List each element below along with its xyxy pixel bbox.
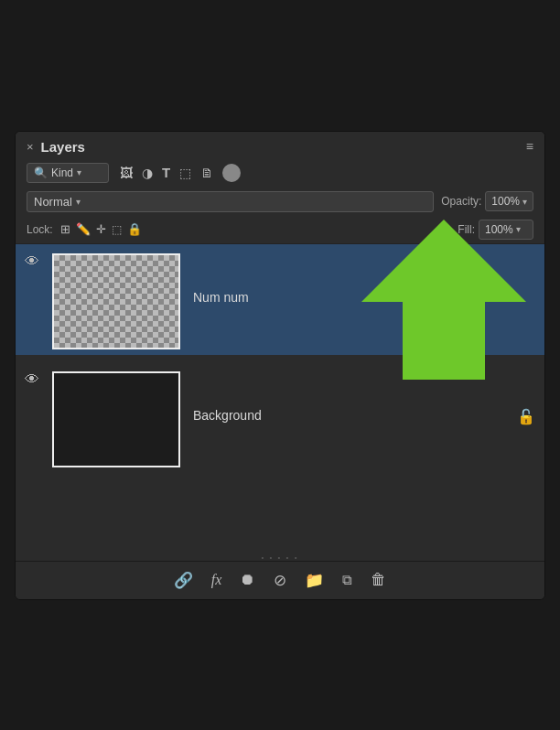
opacity-dropdown-arrow: ▾ [522, 197, 527, 207]
fill-input[interactable]: 100% ▾ [479, 220, 533, 240]
title-bar: × Layers ≡ [16, 132, 544, 158]
lock-artboard-icon[interactable]: ⬚ [112, 223, 122, 236]
layer-thumbnail [52, 371, 180, 467]
fill-dropdown-arrow: ▾ [516, 224, 521, 234]
visibility-toggle-icon[interactable]: 👁 [25, 253, 43, 270]
lock-transparency-icon[interactable]: ⊞ [60, 222, 70, 236]
opacity-input[interactable]: 100% ▾ [485, 191, 533, 211]
opacity-label: Opacity: [441, 195, 481, 208]
layer-thumbnail [52, 253, 180, 349]
blend-opacity-row: Normal ▾ Opacity: 100% ▾ [16, 188, 544, 216]
add-mask-button[interactable]: ⏺ [240, 571, 255, 589]
type-filter-icon[interactable]: T [162, 165, 170, 180]
layer-item[interactable]: 👁 Background 🔓 [16, 362, 544, 473]
visibility-toggle-icon[interactable]: 👁 [25, 371, 43, 388]
search-icon: 🔍 [34, 166, 48, 179]
layer-lock-icon: 🔓 [517, 408, 535, 425]
bottom-toolbar: 🔗 fx ⏺ ⊘ 📁 ⧉ 🗑 [16, 561, 544, 599]
kind-label: Kind [51, 166, 73, 179]
shape-filter-icon[interactable]: ⬚ [179, 166, 191, 180]
fx-button[interactable]: fx [211, 572, 222, 588]
close-button[interactable]: × [27, 140, 34, 154]
opacity-group: Opacity: 100% ▾ [441, 191, 533, 211]
layers-list: 👁 Num num 👁 Background 🔓 [16, 244, 544, 555]
pixel-filter-icon[interactable] [222, 164, 241, 182]
lock-all-icon[interactable]: 🔒 [127, 222, 142, 236]
filter-icons: 🖼 ◑ T ⬚ 🗎 [120, 164, 241, 182]
kind-toolbar-row: 🔍 Kind ▾ 🖼 ◑ T ⬚ 🗎 [16, 158, 544, 188]
layer-item[interactable]: 👁 Num num [16, 244, 544, 355]
image-filter-icon[interactable]: 🖼 [120, 166, 133, 180]
group-button[interactable]: 📁 [305, 571, 324, 590]
lock-position-icon[interactable]: ✛ [96, 222, 106, 236]
kind-dropdown-arrow: ▾ [77, 167, 81, 177]
kind-dropdown[interactable]: 🔍 Kind ▾ [27, 163, 109, 183]
new-layer-button[interactable]: ⧉ [342, 572, 352, 588]
layer-name: Background [193, 408, 517, 423]
opacity-value-text: 100% [491, 195, 520, 208]
adjustment-button[interactable]: ⊘ [274, 571, 286, 590]
layers-panel: × Layers ≡ 🔍 Kind ▾ 🖼 ◑ T ⬚ 🗎 Normal ▾ O… [15, 131, 545, 600]
layer-name: Num num [193, 290, 535, 305]
panel-menu-button[interactable]: ≡ [526, 139, 533, 154]
resize-dots-icon: • • • • • [262, 553, 299, 562]
fill-group: Fill: 100% ▾ [458, 220, 533, 240]
delete-layer-button[interactable]: 🗑 [371, 571, 386, 589]
lock-paint-icon[interactable]: ✏️ [76, 222, 91, 236]
fill-label: Fill: [458, 223, 475, 236]
blend-dropdown-arrow: ▾ [76, 197, 81, 207]
blend-mode-dropdown[interactable]: Normal ▾ [27, 191, 434, 212]
panel-title: Layers [41, 139, 85, 155]
lock-label: Lock: [27, 223, 53, 236]
blend-mode-value: Normal [34, 195, 72, 209]
adjustment-filter-icon[interactable]: ◑ [142, 166, 153, 180]
lock-row: Lock: ⊞ ✏️ ✛ ⬚ 🔒 Fill: 100% ▾ [16, 216, 544, 244]
link-layers-button[interactable]: 🔗 [174, 571, 193, 590]
fill-value-text: 100% [485, 223, 513, 236]
fx-label: fx [211, 572, 222, 587]
smartobject-filter-icon[interactable]: 🗎 [200, 166, 213, 180]
